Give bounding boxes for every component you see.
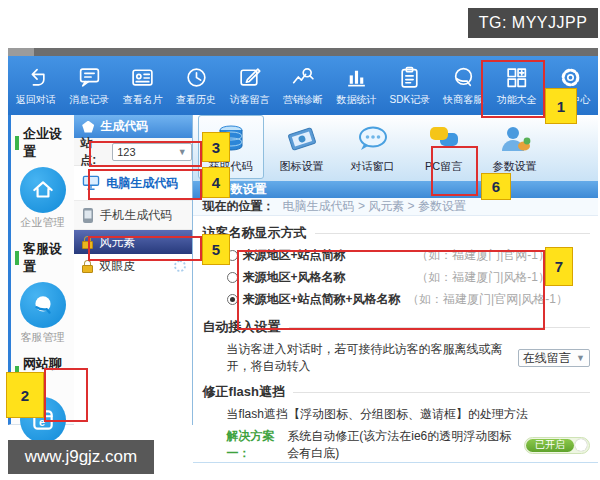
mini-gear-icon xyxy=(174,260,186,272)
breadcrumb: 现在的位置： 电脑生成代码 > 风元素 > 参数设置 xyxy=(193,198,598,216)
back-arrow-icon xyxy=(23,65,48,90)
visitor-name-option-1[interactable]: 来源地区+站点简称 （如：福建厦门|官网-1） xyxy=(227,246,590,264)
service-agent-icon xyxy=(451,65,476,90)
contact-card-icon xyxy=(130,65,155,90)
phone-icon xyxy=(82,207,94,224)
toggle-knob xyxy=(575,439,587,451)
apps-grid-icon xyxy=(504,65,529,90)
settings-content: 访客名称显示方式 来源地区+站点简称 （如：福建厦门|官网-1） 来源地区+风格… xyxy=(193,216,598,462)
history-clock-icon xyxy=(184,65,209,90)
chat-window-icon xyxy=(353,122,393,156)
toolbar-item-kuaishang-service[interactable]: 快商客服 xyxy=(437,65,490,107)
annotation-number-6: 6 xyxy=(481,173,511,200)
icon-setup-icon xyxy=(282,122,322,156)
settings-panel: 获取代码 图标设置 对话窗口 xyxy=(193,115,598,425)
radio-icon[interactable] xyxy=(227,294,238,305)
annotation-number-2: 2 xyxy=(6,372,44,418)
gem-icon xyxy=(82,121,94,133)
tg-watermark: TG: MYYJJPP xyxy=(468,8,598,38)
settings-tab-bar: 获取代码 图标设置 对话窗口 xyxy=(193,115,598,181)
message-record-icon xyxy=(77,65,102,90)
agent-icon xyxy=(30,292,56,318)
visitor-name-option-3[interactable]: 来源地区+站点简称+风格名称 （如：福建厦门|官网|风格-1） xyxy=(227,290,590,308)
sidebar-item-enterprise-manage[interactable] xyxy=(20,167,66,213)
site-row: 站点: 123 ▼ xyxy=(74,138,191,166)
lock-icon xyxy=(82,236,93,249)
sidebar-section-service: 客服设置 xyxy=(15,240,74,276)
chevron-down-icon: ▼ xyxy=(576,353,585,363)
tab-pc-message[interactable]: PC留言 xyxy=(411,115,477,179)
auto-join-select[interactable]: 在线留言 ▼ xyxy=(518,349,590,367)
green-bar xyxy=(15,136,19,150)
app-body: 企业设置 企业管理 客服设置 客服管理 网站聊天 e xyxy=(8,115,598,425)
bottom-strip xyxy=(193,462,598,463)
annotation-number-4: 4 xyxy=(202,167,230,198)
pc-message-icon xyxy=(424,122,464,156)
menu-item-style-wind[interactable]: 风元素 xyxy=(74,230,191,254)
auto-join-section-title: 自动接入设置 xyxy=(203,318,590,336)
toolbar-item-back[interactable]: 返回对话 xyxy=(9,65,62,107)
toolbar-item-sdk-record[interactable]: SDK记录 xyxy=(383,65,436,107)
visitor-name-section-title: 访客名称显示方式 xyxy=(203,224,590,242)
green-bar xyxy=(15,251,19,265)
toolbar-item-visitor-note[interactable]: 访客留言 xyxy=(223,65,276,107)
app-window: 返回对话 消息记录 查看名片 查看历史 访客留言 营销诊断 数据统计 SDK记 xyxy=(8,48,598,425)
home-icon xyxy=(30,177,56,203)
monitor-icon xyxy=(82,175,100,191)
tab-param-settings[interactable]: 参数设置 xyxy=(482,115,548,179)
site-watermark: www.j9gjz.com xyxy=(8,440,154,474)
radio-icon[interactable] xyxy=(227,272,238,283)
toolbar-item-message-record[interactable]: 消息记录 xyxy=(62,65,115,107)
generate-code-panel: 生成代码 站点: 123 ▼ 电脑生成代码 手机生成代码 风元素 xyxy=(74,115,192,425)
sidebar-item-service-manage[interactable] xyxy=(20,282,66,328)
main-toolbar: 返回对话 消息记录 查看名片 查看历史 访客留言 营销诊断 数据统计 SDK记 xyxy=(8,56,598,115)
auto-join-row: 当访客进入对话时，若可接待此访客的客服离线或离开，将自动转入 在线留言 ▼ xyxy=(227,341,590,375)
param-settings-bar: 参数设置 xyxy=(193,181,598,198)
menu-item-pc-generate-code[interactable]: 电脑生成代码 xyxy=(74,166,191,200)
tab-chat-window[interactable]: 对话窗口 xyxy=(340,115,406,179)
solution-row: 解决方案一： 系统自动修正(该方法在ie6的透明浮动图标会有白底) 已开启 xyxy=(227,428,590,462)
marketing-diagnose-icon xyxy=(290,65,315,90)
toolbar-item-stats[interactable]: 数据统计 xyxy=(330,65,383,107)
gear-icon xyxy=(558,65,583,90)
tab-icon-settings[interactable]: 图标设置 xyxy=(269,115,335,179)
annotation-number-1: 1 xyxy=(545,88,577,124)
flash-fix-section-title: 修正flash遮挡 xyxy=(203,383,590,401)
param-user-icon xyxy=(495,122,535,156)
site-select[interactable]: 123 ▼ xyxy=(112,143,191,161)
sdk-clipboard-icon xyxy=(397,65,422,90)
menu-item-mobile-generate-code[interactable]: 手机生成代码 xyxy=(74,200,191,230)
toolbar-item-view-card[interactable]: 查看名片 xyxy=(116,65,169,107)
window-title-strip xyxy=(8,48,598,56)
visitor-name-option-2[interactable]: 来源地区+风格名称 （如：福建厦门|风格-1） xyxy=(227,268,590,286)
stats-bars-icon xyxy=(344,65,369,90)
sidebar-section-enterprise: 企业设置 xyxy=(15,125,74,161)
annotation-number-3: 3 xyxy=(202,132,230,162)
chevron-down-icon: ▼ xyxy=(178,147,187,157)
toolbar-item-marketing-diagnose[interactable]: 营销诊断 xyxy=(276,65,329,107)
lock-icon xyxy=(82,260,93,273)
menu-item-style-eyelid[interactable]: 双眼皮 xyxy=(74,254,191,279)
toolbar-item-view-history[interactable]: 查看历史 xyxy=(169,65,222,107)
toolbar-item-all-features[interactable]: 功能大全 xyxy=(490,65,543,107)
flash-fix-line: 当flash遮挡【浮动图标、分组图标、邀请框】的处理方法 xyxy=(227,406,590,423)
visitor-note-icon xyxy=(237,65,262,90)
annotation-number-5: 5 xyxy=(202,234,230,265)
solution-toggle[interactable]: 已开启 xyxy=(524,437,590,454)
annotation-number-7: 7 xyxy=(545,247,573,286)
